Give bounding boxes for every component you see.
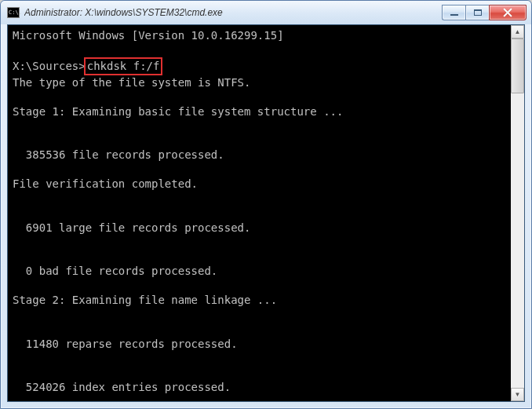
terminal-line: Stage 1: Examining basic file system str… — [13, 104, 506, 119]
prompt-prefix: X:\Sources> — [13, 60, 86, 72]
window-title: Administrator: X:\windows\SYSTEM32\cmd.e… — [24, 7, 442, 18]
close-button[interactable] — [489, 5, 527, 20]
cmd-icon: C:\. — [7, 7, 20, 18]
terminal-line — [13, 308, 506, 323]
terminal-line — [13, 250, 506, 265]
terminal-line — [13, 133, 506, 148]
terminal-line: Stage 2: Examining file name linkage ... — [13, 293, 506, 308]
terminal-line: File verification completed. — [13, 177, 506, 192]
terminal-line: 0 bad file records processed. — [13, 264, 506, 279]
terminal-line — [13, 279, 506, 294]
scroll-up-button[interactable]: ▲ — [511, 25, 524, 38]
terminal-line — [13, 206, 506, 221]
scroll-thumb[interactable] — [511, 38, 524, 93]
maximize-icon — [474, 9, 482, 16]
highlighted-command: chkdsk f:/f — [84, 57, 163, 75]
scroll-track[interactable] — [511, 38, 524, 388]
terminal-line — [13, 322, 506, 337]
terminal-line: 11480 reparse records processed. — [13, 337, 506, 352]
title-bar[interactable]: C:\. Administrator: X:\windows\SYSTEM32\… — [1, 1, 531, 24]
vertical-scrollbar[interactable]: ▲ ▼ — [511, 25, 524, 401]
terminal-line: 385536 file records processed. — [13, 148, 506, 163]
terminal-prompt-line: X:\Sources>chkdsk f:/f — [13, 57, 506, 75]
terminal-line: The type of the file system is NTFS. — [13, 75, 506, 90]
terminal-output[interactable]: Microsoft Windows [Version 10.0.16299.15… — [8, 25, 511, 401]
terminal-line — [13, 163, 506, 177]
minimize-icon — [450, 14, 458, 16]
terminal-line — [13, 235, 506, 250]
client-area: Microsoft Windows [Version 10.0.16299.15… — [7, 24, 525, 402]
terminal-line — [13, 395, 506, 402]
window-frame: C:\. Administrator: X:\windows\SYSTEM32\… — [0, 0, 532, 409]
terminal-line — [13, 89, 506, 104]
terminal-line: 6901 large file records processed. — [13, 221, 506, 236]
maximize-button[interactable] — [465, 5, 489, 20]
terminal-line — [13, 366, 506, 381]
terminal-line — [13, 119, 506, 133]
terminal-line — [13, 43, 506, 58]
minimize-button[interactable] — [442, 5, 465, 20]
terminal-line — [13, 192, 506, 206]
window-controls — [442, 5, 527, 20]
terminal-line — [13, 351, 506, 366]
terminal-line: 524026 index entries processed. — [13, 380, 506, 395]
scroll-down-button[interactable]: ▼ — [511, 388, 524, 401]
close-icon — [503, 8, 512, 17]
terminal-line: Microsoft Windows [Version 10.0.16299.15… — [13, 28, 506, 43]
